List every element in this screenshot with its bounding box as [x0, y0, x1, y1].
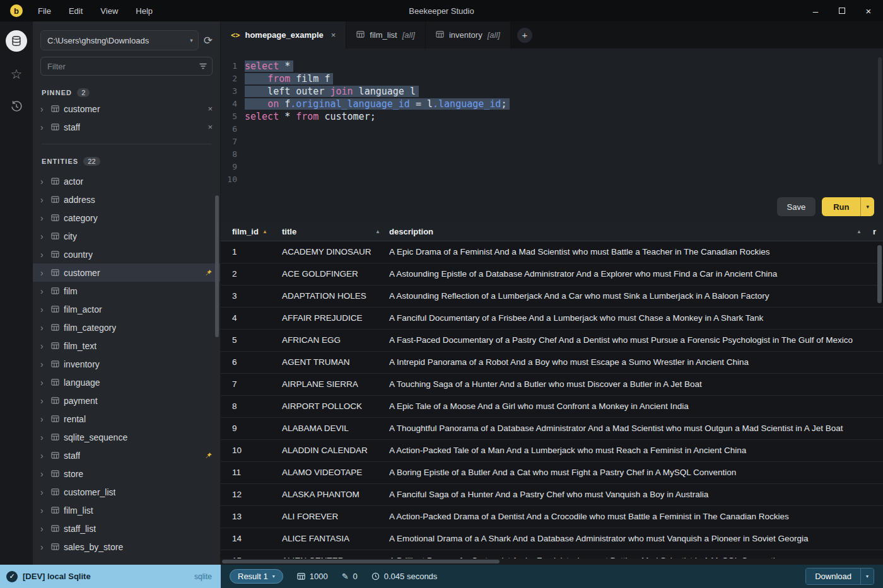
entity-item-sales_by_store[interactable]: ›sales_by_store [33, 538, 220, 556]
table-row[interactable]: 12ALASKA PHANTOMA Fanciful Saga of a Hun… [221, 484, 883, 506]
sort-arrow-icon[interactable]: ▲ [857, 229, 862, 234]
table-row[interactable]: 1ACADEMY DINOSAURA Epic Drama of a Femin… [221, 241, 883, 263]
refresh-icon[interactable]: ⟳ [204, 35, 213, 46]
code-line[interactable]: left outer join language l [245, 85, 883, 98]
sort-arrow-icon[interactable]: ▲ [262, 229, 267, 234]
entity-item-customer_list[interactable]: ›customer_list [33, 483, 220, 501]
chevron-right-icon[interactable]: › [40, 506, 47, 515]
chevron-right-icon[interactable]: › [40, 524, 47, 533]
entities-section-header[interactable]: ENTITIES 22 [33, 154, 220, 168]
entity-item-customer[interactable]: ›customer [33, 263, 220, 282]
table-row[interactable]: 13ALI FOREVERA Action-Packed Drama of a … [221, 506, 883, 528]
download-button[interactable]: Download [806, 568, 860, 584]
chevron-right-icon[interactable]: › [40, 543, 47, 551]
chevron-right-icon[interactable]: › [40, 396, 47, 405]
run-button[interactable]: Run [822, 197, 860, 216]
close-icon[interactable]: × [331, 30, 336, 40]
column-header-description[interactable]: description▲ [389, 222, 873, 241]
entity-item-category[interactable]: ›category [33, 209, 220, 227]
chevron-right-icon[interactable]: › [40, 323, 47, 332]
table-row[interactable]: 10ALADDIN CALENDARA Action-Packed Tale o… [221, 440, 883, 462]
entity-item-film_text[interactable]: ›film_text [33, 337, 220, 355]
sort-arrow-icon[interactable]: ▲ [375, 229, 380, 234]
entity-item-rental[interactable]: ›rental [33, 410, 220, 428]
entity-item-sqlite_sequence[interactable]: ›sqlite_sequence [33, 428, 220, 446]
chevron-right-icon[interactable]: › [40, 250, 47, 259]
chevron-right-icon[interactable]: › [40, 268, 47, 277]
code-line[interactable]: from film f [245, 72, 883, 85]
entity-item-actor[interactable]: ›actor [33, 172, 220, 190]
chevron-right-icon[interactable]: › [40, 433, 47, 442]
minimize-icon[interactable]: – [811, 6, 820, 15]
chevron-right-icon[interactable]: › [40, 177, 47, 186]
tab-film_list[interactable]: film_list[all] [346, 21, 426, 49]
chevron-right-icon[interactable]: › [40, 470, 47, 478]
tab-inventory[interactable]: inventory[all] [426, 21, 511, 49]
table-row[interactable]: 5AFRICAN EGGA Fast-Paced Documentary of … [221, 330, 883, 352]
result-selector[interactable]: Result 1 ▾ [230, 569, 283, 584]
sql-editor[interactable]: 12345678910 select * from film f left ou… [221, 49, 883, 222]
pinned-item-staff[interactable]: ›staff× [33, 118, 220, 136]
entity-item-film[interactable]: ›film [33, 282, 220, 300]
entity-item-film_category[interactable]: ›film_category [33, 318, 220, 337]
table-row[interactable]: 9ALABAMA DEVILA Thoughtful Panorama of a… [221, 418, 883, 440]
pin-icon[interactable] [205, 452, 213, 459]
results-horizontal-scrollbar[interactable] [221, 558, 883, 565]
maximize-icon[interactable] [839, 8, 845, 14]
table-row[interactable]: 6AGENT TRUMANA Intrepid Panorama of a Ro… [221, 352, 883, 374]
new-tab-button[interactable]: + [517, 28, 532, 43]
database-nav-button[interactable] [6, 30, 27, 52]
chevron-right-icon[interactable]: › [40, 287, 47, 296]
chevron-right-icon[interactable]: › [40, 214, 47, 222]
chevron-right-icon[interactable]: › [40, 451, 47, 460]
entity-item-payment[interactable]: ›payment [33, 391, 220, 410]
chevron-right-icon[interactable]: › [40, 232, 47, 241]
chevron-right-icon[interactable]: › [40, 123, 47, 132]
menu-view[interactable]: View [100, 6, 118, 16]
close-icon[interactable]: × [208, 104, 213, 113]
menu-edit[interactable]: Edit [69, 6, 83, 16]
chevron-right-icon[interactable]: › [40, 360, 47, 369]
database-path-select[interactable]: C:\Users\ghstng\Downloads ▾ [40, 30, 199, 50]
pin-icon[interactable] [205, 269, 213, 277]
entity-item-language[interactable]: ›language [33, 373, 220, 391]
code-line[interactable]: select * [245, 60, 883, 72]
chevron-right-icon[interactable]: › [40, 415, 47, 424]
table-row[interactable]: 11ALAMO VIDEOTAPEA Boring Epistle of a B… [221, 462, 883, 484]
table-row[interactable]: 14ALICE FANTASIAA Emotional Drama of a A… [221, 528, 883, 550]
connection-status[interactable]: ✓ [DEV] local Sqlite sqlite [0, 565, 221, 588]
entity-item-address[interactable]: ›address [33, 190, 220, 209]
editor-scrollbar[interactable] [878, 57, 882, 164]
results-vertical-scrollbar[interactable] [877, 245, 882, 303]
column-header-r[interactable]: r [873, 222, 883, 241]
run-options-caret[interactable]: ▾ [860, 197, 874, 216]
favorites-nav-button[interactable]: ☆ [6, 63, 27, 84]
table-row[interactable]: 4AFFAIR PREJUDICEA Fanciful Documentary … [221, 308, 883, 330]
table-row[interactable]: 7AIRPLANE SIERRAA Touching Saga of a Hun… [221, 374, 883, 396]
close-icon[interactable]: × [208, 122, 213, 132]
menu-file[interactable]: File [38, 6, 51, 16]
entity-item-city[interactable]: ›city [33, 227, 220, 245]
filter-input[interactable] [40, 57, 213, 76]
entity-item-country[interactable]: ›country [33, 245, 220, 263]
download-options-caret[interactable]: ▾ [860, 568, 874, 584]
entity-item-film_list[interactable]: ›film_list [33, 501, 220, 519]
column-header-film_id[interactable]: film_id▲ [221, 222, 282, 241]
table-row[interactable]: 3ADAPTATION HOLESA Astounding Reflection… [221, 285, 883, 308]
entity-item-store[interactable]: ›store [33, 464, 220, 483]
entity-item-inventory[interactable]: ›inventory [33, 355, 220, 373]
entity-item-film_actor[interactable]: ›film_actor [33, 300, 220, 318]
code-line[interactable]: on f.original_language_id = l.language_i… [245, 98, 883, 110]
column-header-title[interactable]: title▲ [282, 222, 389, 241]
pinned-item-customer[interactable]: ›customer× [33, 100, 220, 118]
table-row[interactable]: 2ACE GOLDFINGERA Astounding Epistle of a… [221, 263, 883, 285]
chevron-right-icon[interactable]: › [40, 305, 47, 314]
entity-item-staff[interactable]: ›staff [33, 446, 220, 464]
chevron-right-icon[interactable]: › [40, 105, 47, 113]
chevron-right-icon[interactable]: › [40, 378, 47, 387]
tab-homepage_example[interactable]: <>homepage_example× [221, 21, 346, 49]
chevron-right-icon[interactable]: › [40, 195, 47, 204]
sidebar-scrollbar[interactable] [215, 195, 219, 337]
entity-item-staff_list[interactable]: ›staff_list [33, 519, 220, 538]
close-icon[interactable]: × [864, 6, 873, 15]
